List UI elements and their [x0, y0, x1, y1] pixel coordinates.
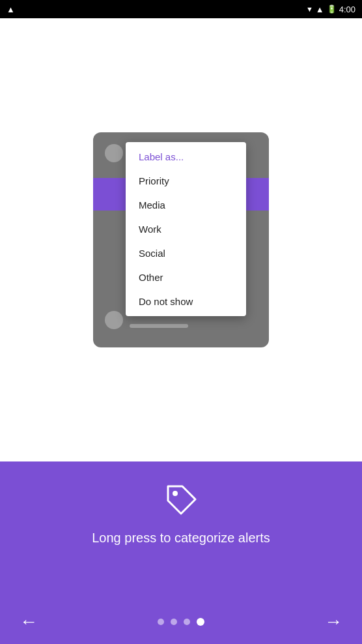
- card-avatar-top: [105, 144, 123, 162]
- app-icon: ▲: [7, 5, 15, 14]
- tag-icon: [163, 481, 199, 520]
- dropdown-item-work[interactable]: Work: [126, 217, 246, 241]
- main-content: Label as... Priority Media Work Social O…: [0, 18, 362, 644]
- status-bar-left: ▲: [7, 5, 15, 14]
- dot-2: [171, 619, 177, 625]
- upper-area: Label as... Priority Media Work Social O…: [0, 18, 362, 461]
- dropdown-item-label-as[interactable]: Label as...: [126, 145, 246, 169]
- dropdown-item-other[interactable]: Other: [126, 265, 246, 289]
- card-line-4: [130, 324, 188, 328]
- next-button[interactable]: →: [324, 613, 342, 631]
- dots-container: [158, 618, 204, 626]
- battery-icon: 🔋: [327, 5, 337, 14]
- wifi-icon: ▲: [316, 5, 324, 14]
- navigation-row: ← →: [13, 613, 349, 631]
- dot-4-active: [197, 618, 204, 626]
- tag-icon-container: Long press to categorize alerts: [92, 481, 270, 546]
- dropdown-item-media[interactable]: Media: [126, 193, 246, 217]
- dropdown-item-priority[interactable]: Priority: [126, 169, 246, 193]
- bottom-section: Long press to categorize alerts ← →: [0, 461, 362, 644]
- clock: 4:00: [339, 5, 355, 14]
- bottom-description: Long press to categorize alerts: [92, 531, 270, 546]
- card-mockup: Label as... Priority Media Work Social O…: [93, 132, 269, 347]
- dot-3: [184, 619, 190, 625]
- back-button[interactable]: ←: [20, 613, 38, 631]
- dropdown-item-do-not-show[interactable]: Do not show: [126, 289, 246, 314]
- dropdown-item-social[interactable]: Social: [126, 241, 246, 265]
- dot-1: [158, 619, 164, 625]
- dropdown-menu: Label as... Priority Media Work Social O…: [126, 142, 246, 316]
- svg-point-0: [173, 491, 178, 496]
- card-avatar-bottom: [105, 311, 123, 329]
- status-bar: ▲ ▼ ▲ 🔋 4:00: [0, 0, 362, 18]
- signal-icon: ▼: [306, 5, 313, 13]
- status-bar-right: ▼ ▲ 🔋 4:00: [306, 5, 355, 14]
